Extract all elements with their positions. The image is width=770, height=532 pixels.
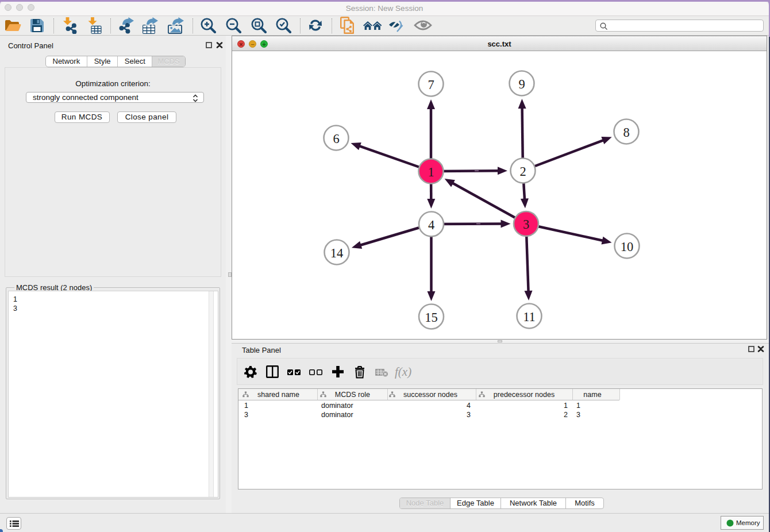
svg-text:1: 1 xyxy=(428,165,434,179)
svg-text:9: 9 xyxy=(518,77,525,91)
svg-text:15: 15 xyxy=(425,310,438,325)
svg-text:4: 4 xyxy=(428,218,434,232)
svg-text:6: 6 xyxy=(333,132,339,146)
svg-text:8: 8 xyxy=(623,125,629,140)
svg-text:7: 7 xyxy=(428,78,434,92)
svg-text:14: 14 xyxy=(330,246,344,260)
svg-text:11: 11 xyxy=(523,310,536,324)
svg-text:3: 3 xyxy=(523,217,529,232)
svg-text:2: 2 xyxy=(519,164,526,179)
svg-text:10: 10 xyxy=(621,240,634,254)
